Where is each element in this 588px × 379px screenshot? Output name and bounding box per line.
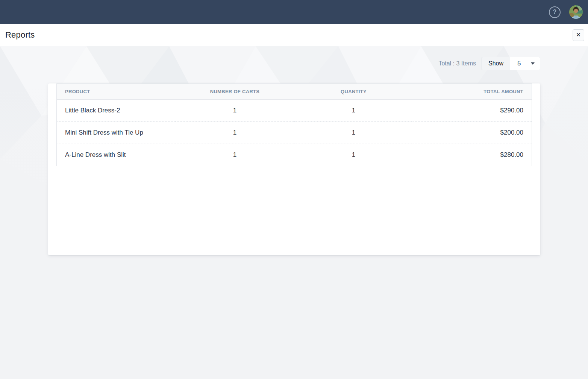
cell-total-amount: $200.00 xyxy=(413,122,532,144)
cell-product: Mini Shift Dress with Tie Up xyxy=(57,122,176,144)
cell-total-amount: $290.00 xyxy=(413,100,532,122)
close-icon: ✕ xyxy=(576,32,581,38)
cell-quantity: 1 xyxy=(294,122,413,144)
page-size-value: 5 xyxy=(517,60,521,67)
page-title: Reports xyxy=(5,30,35,40)
cell-quantity: 1 xyxy=(294,144,413,166)
cell-number-of-carts: 1 xyxy=(176,122,294,144)
show-label: Show xyxy=(482,57,510,70)
table-row: Little Black Dress-2 1 1 $290.00 xyxy=(57,100,532,122)
cell-product: A-Line Dress with Slit xyxy=(57,144,176,166)
topbar: ? xyxy=(0,0,588,24)
cell-quantity: 1 xyxy=(294,100,413,122)
chevron-down-icon xyxy=(531,62,535,65)
content-area: Total : 3 Items Show 5 PRODUCT NUMBER OF… xyxy=(0,46,588,379)
avatar-image xyxy=(569,5,583,19)
report-card: PRODUCT NUMBER OF CARTS QUANTITY TOTAL A… xyxy=(48,83,540,255)
help-icon: ? xyxy=(553,9,557,15)
cell-total-amount: $280.00 xyxy=(413,144,532,166)
close-button[interactable]: ✕ xyxy=(573,29,584,41)
page-header: Reports ✕ xyxy=(0,24,588,46)
user-avatar[interactable] xyxy=(569,5,583,19)
table-row: A-Line Dress with Slit 1 1 $280.00 xyxy=(57,144,532,166)
column-header-total-amount: TOTAL AMOUNT xyxy=(413,84,532,100)
table-row: Mini Shift Dress with Tie Up 1 1 $200.00 xyxy=(57,122,532,144)
toolbar: Total : 3 Items Show 5 xyxy=(0,46,588,70)
report-table: PRODUCT NUMBER OF CARTS QUANTITY TOTAL A… xyxy=(56,83,532,166)
cell-number-of-carts: 1 xyxy=(176,100,294,122)
total-items-label: Total : 3 Items xyxy=(438,60,476,67)
page-size-control: Show 5 xyxy=(482,57,540,70)
column-header-quantity: QUANTITY xyxy=(294,84,413,100)
cell-product: Little Black Dress-2 xyxy=(57,100,176,122)
table-header-row: PRODUCT NUMBER OF CARTS QUANTITY TOTAL A… xyxy=(57,84,532,100)
column-header-number-of-carts: NUMBER OF CARTS xyxy=(176,84,294,100)
page-size-dropdown[interactable]: 5 xyxy=(510,57,540,70)
column-header-product: PRODUCT xyxy=(57,84,176,100)
help-button[interactable]: ? xyxy=(549,6,561,18)
cell-number-of-carts: 1 xyxy=(176,144,294,166)
